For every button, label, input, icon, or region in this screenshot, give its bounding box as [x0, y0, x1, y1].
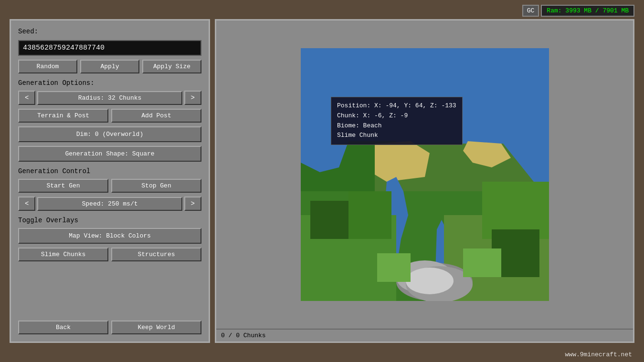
right-panel: Position: X: -94, Y: 64, Z: -133 Chunk: …	[215, 19, 634, 343]
svg-marker-3	[301, 48, 396, 141]
toggle-overlays-label: Toggle Overlays	[18, 217, 201, 224]
terrain-post-row: Terrain & Post Add Post	[18, 109, 201, 123]
terrain-post-button[interactable]: Terrain & Post	[18, 109, 108, 123]
svg-rect-19	[348, 191, 391, 239]
ram-display: Ram: 3993 MB / 7901 MB	[541, 5, 634, 17]
content-area: Seed: Random Apply Apply Size Generation…	[10, 19, 634, 343]
svg-rect-21	[310, 201, 348, 239]
svg-rect-24	[463, 248, 501, 277]
keep-world-button[interactable]: Keep World	[111, 321, 201, 334]
random-button[interactable]: Random	[18, 60, 77, 73]
svg-point-17	[406, 268, 454, 294]
apply-button[interactable]: Apply	[80, 60, 139, 73]
radius-right-button[interactable]: >	[184, 91, 201, 105]
speed-row: < Speed: 250 ms/t >	[18, 197, 201, 211]
top-bar: GC Ram: 3993 MB / 7901 MB	[522, 5, 634, 17]
back-button[interactable]: Back	[18, 321, 108, 334]
gc-button[interactable]: GC	[522, 5, 539, 17]
map-canvas	[301, 48, 549, 301]
map-status-bar: 0 / 0 Chunks	[216, 329, 633, 341]
seed-input[interactable]	[18, 40, 201, 56]
speed-left-button[interactable]: <	[18, 197, 35, 211]
seed-buttons-row: Random Apply Apply Size	[18, 60, 201, 73]
add-post-button[interactable]: Add Post	[111, 109, 201, 123]
generation-control-label: Generation Control	[18, 167, 201, 175]
generation-options-label: Generation Options:	[18, 79, 201, 87]
speed-right-button[interactable]: >	[184, 197, 201, 211]
start-gen-button[interactable]: Start Gen	[18, 179, 108, 193]
map-view-button[interactable]: Map View: Block Colors	[18, 228, 201, 244]
svg-rect-23	[377, 253, 411, 282]
slime-chunks-button[interactable]: Slime Chunks	[18, 248, 108, 261]
radius-display: Radius: 32 Chunks	[37, 91, 182, 105]
left-panel: Seed: Random Apply Apply Size Generation…	[10, 19, 210, 343]
speed-display: Speed: 250 ms/t	[37, 197, 182, 211]
radius-left-button[interactable]: <	[18, 91, 35, 105]
apply-size-button[interactable]: Apply Size	[142, 60, 201, 73]
radius-row: < Radius: 32 Chunks >	[18, 91, 201, 105]
generation-shape-button[interactable]: Generation Shape: Square	[18, 146, 201, 162]
watermark: www.9minecraft.net	[565, 351, 632, 358]
map-area[interactable]: Position: X: -94, Y: 64, Z: -133 Chunk: …	[216, 21, 633, 329]
seed-label: Seed:	[18, 28, 201, 35]
slime-structures-row: Slime Chunks Structures	[18, 248, 201, 261]
stop-gen-button[interactable]: Stop Gen	[111, 179, 201, 193]
back-keep-row: Back Keep World	[18, 321, 201, 334]
dim-button[interactable]: Dim: 0 (Overworld)	[18, 126, 201, 142]
structures-button[interactable]: Structures	[111, 248, 201, 261]
gen-control-row: Start Gen Stop Gen	[18, 179, 201, 193]
